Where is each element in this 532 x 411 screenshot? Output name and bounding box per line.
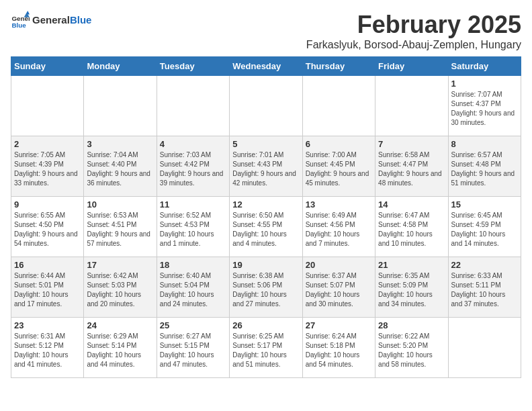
day-info: Sunrise: 6:22 AM Sunset: 5:20 PM Dayligh… (378, 332, 445, 369)
calendar-cell: 17Sunrise: 6:42 AM Sunset: 5:03 PM Dayli… (84, 257, 157, 318)
day-info: Sunrise: 6:31 AM Sunset: 5:12 PM Dayligh… (14, 332, 81, 369)
day-info: Sunrise: 6:58 AM Sunset: 4:47 PM Dayligh… (378, 150, 445, 188)
day-info: Sunrise: 7:07 AM Sunset: 4:37 PM Dayligh… (451, 90, 518, 128)
day-number: 1 (451, 79, 518, 89)
calendar-cell (375, 76, 448, 136)
weekday-header-saturday: Saturday (448, 57, 521, 76)
calendar-cell: 1Sunrise: 7:07 AM Sunset: 4:37 PM Daylig… (448, 76, 521, 136)
day-info: Sunrise: 7:01 AM Sunset: 4:43 PM Dayligh… (232, 150, 299, 188)
calendar-cell: 27Sunrise: 6:24 AM Sunset: 5:18 PM Dayli… (302, 318, 375, 378)
calendar-cell: 11Sunrise: 6:52 AM Sunset: 4:53 PM Dayli… (157, 197, 229, 257)
weekday-header-row: SundayMondayTuesdayWednesdayThursdayFrid… (11, 57, 521, 76)
calendar-cell: 21Sunrise: 6:35 AM Sunset: 5:09 PM Dayli… (375, 257, 448, 318)
day-info: Sunrise: 6:42 AM Sunset: 5:03 PM Dayligh… (87, 271, 153, 309)
calendar-week-row: 1Sunrise: 7:07 AM Sunset: 4:37 PM Daylig… (11, 76, 521, 136)
logo: General Blue GeneralBlue (11, 11, 91, 30)
day-number: 19 (232, 260, 299, 270)
day-info: Sunrise: 6:49 AM Sunset: 4:56 PM Dayligh… (306, 211, 372, 248)
day-number: 27 (306, 320, 372, 330)
calendar-cell: 22Sunrise: 6:33 AM Sunset: 5:11 PM Dayli… (448, 257, 521, 318)
calendar-cell (84, 76, 157, 136)
day-number: 5 (232, 139, 299, 149)
calendar-cell (448, 318, 521, 378)
day-info: Sunrise: 6:25 AM Sunset: 5:17 PM Dayligh… (232, 332, 299, 369)
day-info: Sunrise: 6:47 AM Sunset: 4:58 PM Dayligh… (378, 211, 445, 248)
day-number: 16 (14, 260, 81, 270)
calendar-cell: 14Sunrise: 6:47 AM Sunset: 4:58 PM Dayli… (375, 197, 448, 257)
day-info: Sunrise: 6:57 AM Sunset: 4:48 PM Dayligh… (451, 150, 518, 188)
calendar-cell: 8Sunrise: 6:57 AM Sunset: 4:48 PM Daylig… (448, 136, 521, 197)
calendar-cell: 5Sunrise: 7:01 AM Sunset: 4:43 PM Daylig… (230, 136, 302, 197)
day-info: Sunrise: 6:52 AM Sunset: 4:53 PM Dayligh… (160, 211, 226, 248)
day-number: 17 (87, 260, 153, 270)
day-info: Sunrise: 6:24 AM Sunset: 5:18 PM Dayligh… (306, 332, 372, 369)
day-number: 12 (232, 199, 299, 210)
weekday-header-monday: Monday (84, 57, 157, 76)
day-info: Sunrise: 6:40 AM Sunset: 5:04 PM Dayligh… (160, 271, 226, 309)
day-info: Sunrise: 6:53 AM Sunset: 4:51 PM Dayligh… (87, 211, 153, 248)
weekday-header-wednesday: Wednesday (230, 57, 302, 76)
calendar-cell: 20Sunrise: 6:37 AM Sunset: 5:07 PM Dayli… (302, 257, 375, 318)
weekday-header-tuesday: Tuesday (157, 57, 229, 76)
day-number: 10 (87, 199, 153, 210)
day-info: Sunrise: 6:35 AM Sunset: 5:09 PM Dayligh… (378, 271, 445, 309)
weekday-header-thursday: Thursday (302, 57, 375, 76)
weekday-header-sunday: Sunday (11, 57, 84, 76)
month-title: February 2025 (306, 11, 521, 39)
location-title: Farkaslyuk, Borsod-Abauj-Zemplen, Hungar… (306, 39, 521, 51)
svg-text:Blue: Blue (11, 21, 26, 29)
day-info: Sunrise: 6:33 AM Sunset: 5:11 PM Dayligh… (451, 271, 518, 309)
day-number: 20 (306, 260, 372, 270)
day-number: 24 (87, 320, 153, 330)
calendar-week-row: 9Sunrise: 6:55 AM Sunset: 4:50 PM Daylig… (11, 197, 521, 257)
day-number: 6 (306, 139, 372, 149)
day-info: Sunrise: 6:27 AM Sunset: 5:15 PM Dayligh… (160, 332, 226, 369)
title-area: February 2025 Farkaslyuk, Borsod-Abauj-Z… (306, 11, 521, 51)
calendar-cell: 7Sunrise: 6:58 AM Sunset: 4:47 PM Daylig… (375, 136, 448, 197)
calendar-cell: 4Sunrise: 7:03 AM Sunset: 4:42 PM Daylig… (157, 136, 229, 197)
day-number: 14 (378, 199, 445, 210)
calendar-cell (157, 76, 229, 136)
day-info: Sunrise: 7:05 AM Sunset: 4:39 PM Dayligh… (14, 150, 81, 188)
day-number: 9 (14, 199, 81, 210)
calendar-cell: 19Sunrise: 6:38 AM Sunset: 5:06 PM Dayli… (230, 257, 302, 318)
calendar-week-row: 2Sunrise: 7:05 AM Sunset: 4:39 PM Daylig… (11, 136, 521, 197)
day-info: Sunrise: 7:00 AM Sunset: 4:45 PM Dayligh… (306, 150, 372, 188)
day-number: 7 (378, 139, 445, 149)
calendar-cell: 26Sunrise: 6:25 AM Sunset: 5:17 PM Dayli… (230, 318, 302, 378)
calendar-cell: 16Sunrise: 6:44 AM Sunset: 5:01 PM Dayli… (11, 257, 84, 318)
day-info: Sunrise: 6:37 AM Sunset: 5:07 PM Dayligh… (306, 271, 372, 309)
day-number: 25 (160, 320, 226, 330)
calendar-cell: 12Sunrise: 6:50 AM Sunset: 4:55 PM Dayli… (230, 197, 302, 257)
day-number: 21 (378, 260, 445, 270)
day-number: 18 (160, 260, 226, 270)
day-info: Sunrise: 7:04 AM Sunset: 4:40 PM Dayligh… (87, 150, 153, 188)
calendar-cell: 2Sunrise: 7:05 AM Sunset: 4:39 PM Daylig… (11, 136, 84, 197)
calendar-cell (230, 76, 302, 136)
calendar-cell: 9Sunrise: 6:55 AM Sunset: 4:50 PM Daylig… (11, 197, 84, 257)
day-number: 26 (232, 320, 299, 330)
calendar-cell: 13Sunrise: 6:49 AM Sunset: 4:56 PM Dayli… (302, 197, 375, 257)
day-info: Sunrise: 7:03 AM Sunset: 4:42 PM Dayligh… (160, 150, 226, 188)
calendar-week-row: 23Sunrise: 6:31 AM Sunset: 5:12 PM Dayli… (11, 318, 521, 378)
calendar-cell: 23Sunrise: 6:31 AM Sunset: 5:12 PM Dayli… (11, 318, 84, 378)
calendar-cell: 18Sunrise: 6:40 AM Sunset: 5:04 PM Dayli… (157, 257, 229, 318)
day-number: 4 (160, 139, 226, 149)
logo-general-text: GeneralBlue (32, 15, 91, 26)
calendar-cell (11, 76, 84, 136)
day-number: 8 (451, 139, 518, 149)
day-info: Sunrise: 6:44 AM Sunset: 5:01 PM Dayligh… (14, 271, 81, 309)
day-info: Sunrise: 6:29 AM Sunset: 5:14 PM Dayligh… (87, 332, 153, 369)
day-number: 15 (451, 199, 518, 210)
calendar-week-row: 16Sunrise: 6:44 AM Sunset: 5:01 PM Dayli… (11, 257, 521, 318)
calendar-cell: 6Sunrise: 7:00 AM Sunset: 4:45 PM Daylig… (302, 136, 375, 197)
day-number: 22 (451, 260, 518, 270)
day-info: Sunrise: 6:55 AM Sunset: 4:50 PM Dayligh… (14, 211, 81, 248)
day-info: Sunrise: 6:50 AM Sunset: 4:55 PM Dayligh… (232, 211, 299, 248)
day-number: 3 (87, 139, 153, 149)
day-number: 23 (14, 320, 81, 330)
day-number: 28 (378, 320, 445, 330)
calendar-cell: 28Sunrise: 6:22 AM Sunset: 5:20 PM Dayli… (375, 318, 448, 378)
weekday-header-friday: Friday (375, 57, 448, 76)
calendar-cell: 3Sunrise: 7:04 AM Sunset: 4:40 PM Daylig… (84, 136, 157, 197)
